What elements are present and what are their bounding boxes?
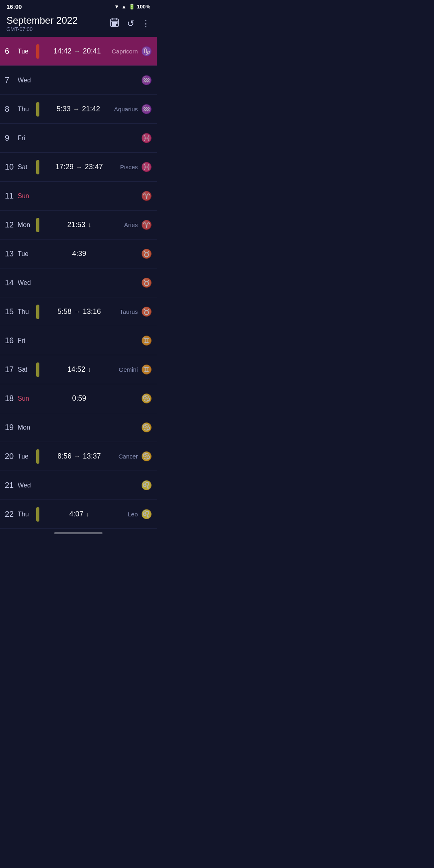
day-row[interactable]: 9Fri♓ bbox=[0, 124, 157, 153]
day-indicator bbox=[36, 507, 39, 522]
day-indicator bbox=[36, 420, 39, 435]
more-icon[interactable]: ⋮ bbox=[141, 18, 150, 29]
status-time: 16:00 bbox=[6, 3, 22, 10]
day-number: 10 bbox=[5, 162, 18, 172]
day-indicator bbox=[36, 334, 39, 348]
day-row[interactable]: 20Tue8:56→13:37Cancer♋ bbox=[0, 442, 157, 471]
time-start: 5:58 bbox=[57, 307, 72, 316]
day-indicator bbox=[36, 73, 39, 88]
day-row[interactable]: 22Thu4:07↓Leo♌ bbox=[0, 500, 157, 529]
zodiac-area: ♈ bbox=[116, 191, 152, 201]
zodiac-area: ♓ bbox=[116, 133, 152, 143]
day-indicator bbox=[36, 276, 39, 290]
day-row[interactable]: 7Wed♒ bbox=[0, 66, 157, 95]
app-header: September 2022 GMT-07:00 ↺ ⋮ bbox=[0, 12, 157, 37]
calendar-list: 6Tue14:42→20:41Capricorn♑7Wed♒8Thu5:33→2… bbox=[0, 37, 157, 529]
day-number: 9 bbox=[5, 133, 18, 143]
day-indicator bbox=[36, 44, 39, 59]
day-number: 13 bbox=[5, 249, 18, 258]
day-row[interactable]: 13Tue4:39♉ bbox=[0, 240, 157, 268]
svg-rect-5 bbox=[114, 23, 115, 24]
day-number: 11 bbox=[5, 191, 18, 201]
day-row[interactable]: 18Sun0:59♋ bbox=[0, 384, 157, 413]
day-number: 19 bbox=[5, 423, 18, 432]
day-number: 16 bbox=[5, 336, 18, 345]
day-number: 17 bbox=[5, 365, 18, 374]
day-row[interactable]: 11Sun♈ bbox=[0, 182, 157, 211]
day-number: 12 bbox=[5, 220, 18, 229]
day-name: Mon bbox=[18, 221, 36, 229]
zodiac-area: ♉ bbox=[116, 278, 152, 288]
day-indicator bbox=[36, 218, 39, 232]
svg-rect-8 bbox=[114, 24, 115, 25]
zodiac-symbol: ♒ bbox=[141, 104, 152, 115]
time-start: 14:42 bbox=[53, 47, 72, 55]
zodiac-name: Taurus bbox=[120, 308, 138, 315]
day-row[interactable]: 15Thu5:58→13:16Taurus♉ bbox=[0, 297, 157, 326]
time-start: 0:59 bbox=[72, 394, 86, 403]
zodiac-name: Aquarius bbox=[114, 106, 138, 113]
day-row[interactable]: 14Wed♉ bbox=[0, 268, 157, 297]
day-number: 7 bbox=[5, 76, 18, 85]
time-end: 13:37 bbox=[83, 452, 101, 461]
day-times: 5:33→21:42 bbox=[43, 105, 114, 113]
day-row[interactable]: 12Mon21:53↓Aries♈ bbox=[0, 211, 157, 240]
zodiac-symbol: ♊ bbox=[141, 336, 152, 346]
day-indicator bbox=[36, 160, 39, 174]
day-number: 6 bbox=[5, 47, 18, 56]
day-name: Tue bbox=[18, 48, 36, 55]
day-number: 20 bbox=[5, 452, 18, 461]
zodiac-symbol: ♓ bbox=[141, 133, 152, 143]
day-indicator bbox=[36, 131, 39, 145]
zodiac-symbol: ♓ bbox=[141, 162, 152, 172]
day-name: Sat bbox=[18, 164, 36, 171]
status-icons: ▼ ▲ 🔋 100% bbox=[114, 4, 150, 10]
zodiac-name: Pisces bbox=[120, 164, 138, 170]
day-row[interactable]: 19Mon♋ bbox=[0, 413, 157, 442]
day-row[interactable]: 17Sat14:52↓Gemini♊ bbox=[0, 355, 157, 384]
zodiac-name: Gemini bbox=[119, 366, 138, 373]
zodiac-name: Leo bbox=[128, 511, 138, 518]
day-name: Thu bbox=[18, 106, 36, 113]
zodiac-symbol: ♈ bbox=[141, 220, 152, 230]
day-name: Tue bbox=[18, 453, 36, 460]
zodiac-area: Taurus♉ bbox=[116, 307, 152, 317]
zodiac-area: ♊ bbox=[116, 336, 152, 346]
arrow-down-icon: ↓ bbox=[88, 221, 91, 229]
day-name: Tue bbox=[18, 250, 36, 258]
day-row[interactable]: 6Tue14:42→20:41Capricorn♑ bbox=[0, 37, 157, 66]
day-number: 14 bbox=[5, 278, 18, 287]
day-times: 0:59 bbox=[43, 394, 116, 403]
time-end: 20:41 bbox=[83, 47, 101, 55]
zodiac-name: Aries bbox=[124, 221, 138, 228]
day-indicator bbox=[36, 305, 39, 319]
zodiac-area: Aquarius♒ bbox=[114, 104, 152, 115]
time-start: 21:53 bbox=[67, 221, 85, 229]
time-start: 17:29 bbox=[55, 163, 74, 171]
zodiac-symbol: ♑ bbox=[141, 46, 152, 57]
battery-icon: 🔋 bbox=[129, 4, 135, 10]
svg-rect-7 bbox=[113, 24, 114, 25]
day-row[interactable]: 8Thu5:33→21:42Aquarius♒ bbox=[0, 95, 157, 124]
arrow-down-icon: ↓ bbox=[86, 511, 89, 518]
day-indicator bbox=[36, 362, 39, 377]
zodiac-area: ♉ bbox=[116, 249, 152, 259]
day-name: Wed bbox=[18, 279, 36, 287]
zodiac-name: Capricorn bbox=[112, 48, 138, 55]
day-name: Mon bbox=[18, 424, 36, 431]
day-name: Wed bbox=[18, 77, 36, 84]
arrow-right-icon: → bbox=[74, 453, 80, 460]
svg-rect-4 bbox=[113, 23, 114, 24]
zodiac-area: Pisces♓ bbox=[116, 162, 152, 172]
day-name: Sat bbox=[18, 366, 36, 373]
refresh-icon[interactable]: ↺ bbox=[127, 18, 134, 29]
day-row[interactable]: 21Wed♌ bbox=[0, 471, 157, 500]
day-indicator bbox=[36, 391, 39, 406]
day-row[interactable]: 16Fri♊ bbox=[0, 326, 157, 355]
calendar-icon[interactable] bbox=[109, 17, 120, 30]
battery-percent: 100% bbox=[137, 4, 150, 10]
day-row[interactable]: 10Sat17:29→23:47Pisces♓ bbox=[0, 153, 157, 182]
month-year-label: September 2022 bbox=[6, 15, 78, 26]
zodiac-symbol: ♉ bbox=[141, 278, 152, 288]
zodiac-symbol: ♌ bbox=[141, 509, 152, 520]
